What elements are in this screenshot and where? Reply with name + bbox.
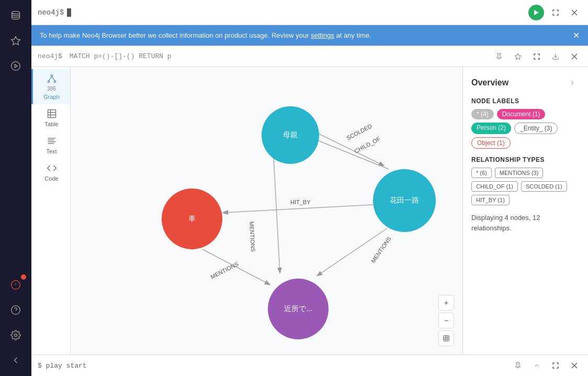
badge-document[interactable]: Document (1): [497, 109, 546, 119]
badge-all-nodes[interactable]: * (4): [471, 109, 494, 119]
zoom-out-button[interactable]: −: [438, 313, 454, 328]
main-content: neo4j$ To help make Neo4j Browser better…: [31, 0, 588, 376]
rel-badge-mentions[interactable]: MENTIONS (3): [495, 168, 544, 178]
svg-point-9: [15, 334, 17, 337]
tab-code[interactable]: Code: [31, 159, 70, 186]
code-tab-label: Code: [44, 175, 58, 182]
svg-point-0: [12, 12, 20, 14]
top-query-bar: neo4j$: [31, 0, 588, 25]
sidebar-icon-back[interactable]: [4, 349, 27, 372]
svg-marker-1: [12, 37, 20, 45]
result-star-button[interactable]: [511, 49, 525, 64]
sidebar-icon-notification[interactable]: [4, 273, 27, 296]
tab-table[interactable]: Table: [31, 104, 70, 131]
edge-label-mentions-3: MENTIONS: [209, 261, 239, 280]
svg-marker-10: [534, 10, 539, 15]
overview-stats: Displaying 4 nodes, 12 relationships.: [471, 213, 580, 233]
tab-graph[interactable]: 386 Graph: [31, 69, 70, 104]
top-close-button[interactable]: [567, 5, 582, 20]
svg-point-2: [12, 62, 20, 71]
overview-expand-button[interactable]: [565, 75, 580, 90]
result-content: 386 Graph Table: [31, 67, 588, 355]
overview-header: Overview: [471, 75, 580, 90]
banner-settings-link[interactable]: settings: [311, 31, 334, 39]
result-close-button[interactable]: [567, 49, 582, 64]
notification-dot: [21, 274, 26, 280]
svg-line-22: [52, 76, 55, 81]
bottom-bar: $ play start: [31, 355, 588, 376]
result-download-button[interactable]: [548, 49, 563, 64]
sidebar-icon-settings[interactable]: [4, 324, 27, 347]
top-query-input[interactable]: neo4j$: [38, 8, 524, 17]
sidebar-icon-help[interactable]: [4, 298, 27, 322]
svg-point-19: [48, 81, 49, 82]
edge-label-hit-by: HIT_BY: [290, 199, 311, 205]
result-expand-button[interactable]: [529, 49, 544, 64]
tab-text[interactable]: Text: [31, 131, 70, 159]
svg-point-20: [54, 81, 55, 82]
graph-svg: SCOLDED CHILD_OF HIT_BY MENTIONS MENTION…: [71, 67, 462, 355]
info-banner: To help make Neo4j Browser better we col…: [31, 25, 588, 46]
rel-badge-scolded[interactable]: SCOLDED (1): [521, 181, 567, 192]
badge-person[interactable]: Person (2): [471, 123, 511, 134]
result-panel: neo4j$ MATCH p=()-[]-() RETURN p: [31, 46, 588, 355]
edge-label-mentions-1: MENTIONS: [248, 221, 256, 252]
top-expand-button[interactable]: [548, 5, 563, 20]
graph-visualization[interactable]: SCOLDED CHILD_OF HIT_BY MENTIONS MENTION…: [71, 67, 462, 355]
edge-label-child-of: CHILD_OF: [353, 136, 381, 154]
edge-mentions-hana-kinjo: [274, 158, 280, 272]
svg-rect-31: [444, 336, 449, 341]
sidebar-icon-star[interactable]: [4, 29, 27, 52]
relationship-badges: * (6) MENTIONS (3) CHILD_OF (1) SCOLDED …: [471, 168, 580, 205]
node-kuruma[interactable]: [162, 189, 222, 249]
node-hana[interactable]: [262, 106, 319, 164]
table-tab-label: Table: [44, 121, 58, 127]
overview-panel: Overview Node labels * (4) Document (1) …: [462, 67, 588, 355]
badge-entity[interactable]: _Entity_ (3): [514, 123, 558, 134]
cursor: [67, 8, 71, 17]
svg-marker-14: [515, 53, 521, 59]
top-play-button[interactable]: [528, 5, 544, 20]
banner-close-button[interactable]: ✕: [573, 30, 580, 40]
overview-title: Overview: [471, 78, 508, 87]
sidebar-icon-database[interactable]: [4, 4, 27, 27]
rel-badge-hit-by[interactable]: HIT_BY (1): [471, 195, 510, 205]
bottom-close-button[interactable]: [567, 358, 582, 373]
sidebar: [0, 0, 31, 376]
rel-types-section: Relationship types: [471, 156, 580, 163]
svg-point-18: [51, 75, 52, 76]
bottom-expand-button[interactable]: [548, 358, 563, 373]
zoom-in-button[interactable]: +: [438, 295, 454, 311]
zoom-controls: + −: [438, 295, 454, 346]
result-toolbar: neo4j$ MATCH p=()-[]-() RETURN p: [31, 46, 588, 67]
top-prompt: neo4j$: [38, 8, 64, 17]
banner-text: To help make Neo4j Browser better we col…: [40, 31, 371, 39]
edge-scolded: [309, 129, 383, 165]
rel-badge-all[interactable]: * (6): [471, 168, 492, 178]
badge-object[interactable]: Object (1): [471, 137, 511, 149]
rel-badge-child-of[interactable]: CHILD_OF (1): [471, 181, 518, 192]
zoom-fit-button[interactable]: [438, 330, 454, 346]
bottom-pin-button[interactable]: [511, 358, 525, 373]
graph-tab-label: Graph: [43, 94, 60, 100]
svg-point-7: [12, 306, 20, 315]
edge-label-scolded: SCOLDED: [345, 123, 373, 141]
svg-marker-3: [15, 64, 17, 68]
node-labels-section: Node labels: [471, 97, 580, 105]
bottom-expand-up-button[interactable]: [529, 358, 544, 373]
graph-tab-badge: 386: [47, 86, 56, 92]
node-labels-badges: * (4) Document (1) Person (2) _Entity_ (…: [471, 109, 580, 149]
svg-rect-23: [48, 110, 55, 118]
result-pin-button[interactable]: [492, 49, 506, 64]
node-kinjo[interactable]: [268, 279, 329, 339]
edge-label-mentions-2: MENTIONS: [370, 236, 392, 264]
text-tab-label: Text: [46, 148, 56, 154]
bottom-query-text: $ play start: [38, 362, 87, 370]
view-tabs: 386 Graph Table: [31, 67, 71, 355]
result-prompt: neo4j$ MATCH p=()-[]-() RETURN p: [38, 52, 172, 60]
sidebar-icon-play-circle[interactable]: [4, 54, 27, 78]
edge-hit-by: [223, 205, 373, 213]
node-hanada[interactable]: [373, 169, 436, 232]
svg-line-21: [49, 76, 52, 81]
